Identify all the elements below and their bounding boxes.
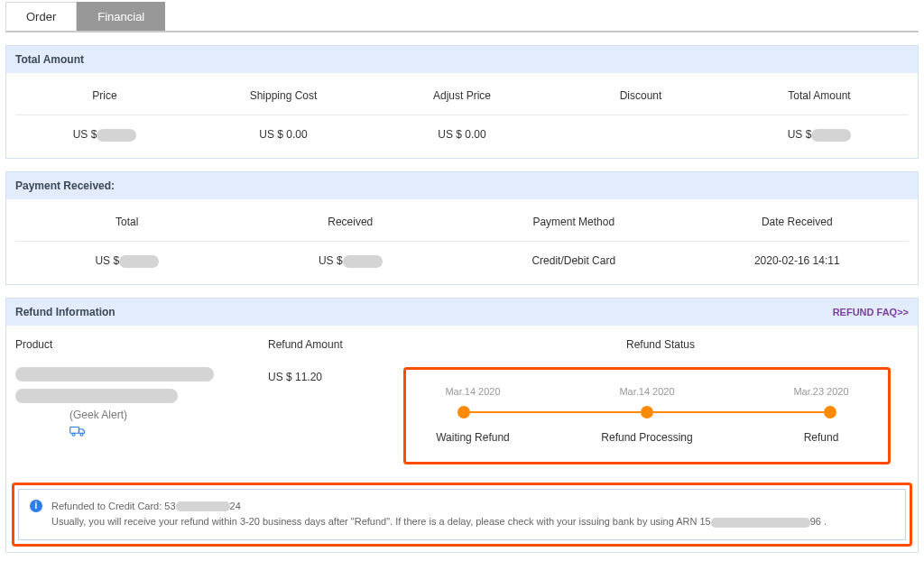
refund-info-title: Refund Information — [15, 306, 116, 318]
val-discount — [551, 128, 730, 142]
redacted-amount — [97, 129, 136, 142]
refund-step-track — [464, 406, 830, 418]
val-adjust: US $ 0.00 — [373, 128, 551, 142]
total-amount-header: Total Amount — [6, 46, 918, 73]
col-pay-date: Date Received — [686, 216, 910, 228]
refund-notice-text: Refunded to Credit Card: 5324 Usually, y… — [51, 499, 827, 530]
col-refund-amount: Refund Amount — [268, 338, 412, 351]
refund-status-cell: Mar.14 2020 Mar.14 2020 Mar.23 2020 Wait… — [412, 367, 909, 464]
svg-point-2 — [80, 433, 83, 436]
section-refund-info: Refund Information REFUND FAQ>> Product … — [5, 298, 919, 553]
refund-product-name: (Geek Alert) — [15, 403, 268, 425]
payment-received-header: Payment Received: — [6, 172, 918, 199]
tabs: Order Financial — [5, 2, 919, 32]
step-date-3: Mar.23 2020 — [767, 386, 875, 397]
payment-received-title: Payment Received: — [15, 179, 115, 192]
refund-column-headers: Product Refund Amount Refund Status — [6, 326, 918, 363]
val-price: US $ — [15, 128, 194, 142]
tab-financial[interactable]: Financial — [77, 2, 165, 31]
payment-column-headers: Total Received Payment Method Date Recei… — [15, 199, 909, 242]
payment-values: US $ US $ Credit/Debit Card 2020-02-16 1… — [15, 242, 909, 284]
svg-rect-0 — [70, 427, 79, 433]
notice-line2-suffix: 96 . — [810, 516, 827, 527]
step-label-3: Refund — [767, 431, 875, 444]
tab-order[interactable]: Order — [5, 2, 77, 32]
refund-faq-link[interactable]: REFUND FAQ>> — [833, 307, 909, 317]
redacted-product-line — [15, 389, 178, 403]
step-dot-1 — [457, 406, 470, 418]
refund-row: (Geek Alert) US $ 11.20 Mar.14 2020 — [6, 363, 918, 483]
step-label-2: Refund Processing — [593, 431, 701, 444]
col-adjust: Adjust Price — [373, 89, 551, 102]
val-shipping: US $ 0.00 — [194, 128, 373, 142]
refund-product-cell: (Geek Alert) — [15, 367, 268, 441]
col-refund-product: Product — [15, 338, 268, 351]
redacted-card-digits — [176, 501, 230, 511]
redacted-arn — [711, 518, 810, 528]
notice-line2-prefix: Usually, you will receive your refund wi… — [51, 516, 711, 527]
refund-amount-cell: US $ 11.20 — [268, 367, 412, 383]
col-shipping: Shipping Cost — [194, 89, 373, 102]
svg-point-1 — [72, 433, 75, 436]
val-total: US $ — [730, 128, 909, 142]
refund-step-labels: Waiting Refund Refund Processing Refund — [419, 431, 875, 444]
refund-amount-value: US $ 11.20 — [268, 371, 322, 383]
total-amount-title: Total Amount — [15, 53, 84, 66]
val-pay-total: US $ — [15, 254, 239, 268]
step-label-1: Waiting Refund — [419, 431, 527, 444]
total-prefix: US $ — [788, 128, 812, 141]
notice-line1-prefix: Refunded to Credit Card: 53 — [51, 501, 176, 511]
val-pay-method: Credit/Debit Card — [462, 254, 686, 268]
redacted-product-line — [15, 367, 214, 382]
redacted-amount — [119, 255, 159, 268]
col-pay-total: Total — [15, 216, 239, 228]
val-pay-received: US $ — [239, 254, 463, 268]
step-date-1: Mar.14 2020 — [419, 386, 527, 397]
col-pay-received: Received — [239, 216, 463, 228]
shipping-truck-icon — [15, 425, 268, 441]
col-refund-status: Refund Status — [412, 338, 909, 351]
col-total: Total Amount — [730, 89, 909, 102]
pay-total-prefix: US $ — [95, 254, 119, 267]
step-dot-3 — [824, 406, 836, 418]
col-price: Price — [15, 89, 194, 102]
refund-info-header: Refund Information REFUND FAQ>> — [6, 299, 918, 326]
refund-status-highlight: Mar.14 2020 Mar.14 2020 Mar.23 2020 Wait… — [403, 367, 891, 464]
col-pay-method: Payment Method — [462, 216, 686, 228]
notice-line1-suffix: 24 — [230, 501, 241, 511]
refund-step-dates: Mar.14 2020 Mar.14 2020 Mar.23 2020 — [419, 386, 875, 397]
section-payment-received: Payment Received: Total Received Payment… — [5, 171, 919, 285]
info-icon: i — [30, 500, 42, 512]
step-date-2: Mar.14 2020 — [593, 386, 701, 397]
step-dot-2 — [641, 406, 653, 418]
section-total-amount: Total Amount Price Shipping Cost Adjust … — [5, 45, 919, 159]
col-discount: Discount — [551, 89, 730, 102]
total-amount-values: US $ US $ 0.00 US $ 0.00 US $ — [15, 115, 909, 158]
redacted-amount — [811, 129, 851, 142]
total-amount-column-headers: Price Shipping Cost Adjust Price Discoun… — [15, 73, 909, 115]
pay-received-prefix: US $ — [319, 254, 343, 267]
val-pay-date: 2020-02-16 14:11 — [686, 254, 910, 268]
price-prefix: US $ — [73, 128, 97, 141]
refund-notice-highlight: i Refunded to Credit Card: 5324 Usually,… — [12, 483, 912, 547]
redacted-amount — [343, 255, 383, 268]
refund-notice: i Refunded to Credit Card: 5324 Usually,… — [18, 489, 906, 540]
